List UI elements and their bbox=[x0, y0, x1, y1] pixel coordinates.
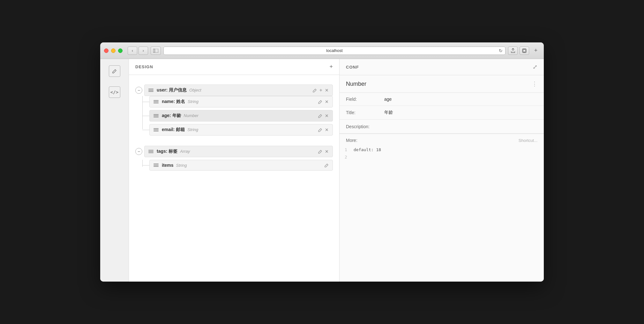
user-add-button[interactable]: + bbox=[319, 87, 322, 93]
design-panel-title: DESIGN bbox=[135, 64, 153, 69]
traffic-lights bbox=[104, 48, 123, 53]
design-panel: DESIGN + − bbox=[129, 59, 340, 282]
email-schema-node[interactable]: email: 邮箱 String ✕ bbox=[149, 124, 333, 136]
browser-chrome: ‹ › localhost ↻ + bbox=[100, 42, 544, 59]
user-field-type: Object bbox=[189, 88, 201, 92]
items-node-actions bbox=[325, 163, 329, 167]
user-tree-vline bbox=[142, 96, 143, 129]
schema-node-tags-container: − tags: 标签 Array bbox=[135, 146, 333, 173]
browser-window: ‹ › localhost ↻ + bbox=[100, 42, 544, 282]
items-node-label: items String bbox=[162, 163, 321, 168]
forward-button[interactable]: › bbox=[139, 47, 148, 55]
tags-field-name: tags: 标签 bbox=[157, 149, 177, 154]
name-field-type: String bbox=[188, 99, 198, 104]
tags-collapse-button[interactable]: − bbox=[135, 148, 142, 155]
back-button[interactable]: ‹ bbox=[128, 47, 137, 55]
code-line-num-2: 2 bbox=[345, 153, 348, 161]
age-schema-node[interactable]: age: 年龄 Number ✕ bbox=[149, 110, 333, 122]
conf-more-divider: More: Shortcut... 1 default: 18 2 bbox=[340, 134, 544, 175]
email-edit-button[interactable] bbox=[318, 128, 322, 132]
code-line-1: 1 default: 18 bbox=[345, 146, 539, 153]
tags-node-label: tags: 标签 Array bbox=[157, 149, 315, 154]
email-drag-handle[interactable] bbox=[154, 128, 159, 131]
edit-mode-button[interactable] bbox=[109, 65, 120, 77]
user-collapse-button[interactable]: − bbox=[135, 87, 142, 94]
code-mode-button[interactable]: </> bbox=[109, 86, 120, 98]
tags-tree-vline bbox=[142, 160, 143, 167]
age-drag-handle[interactable] bbox=[154, 114, 159, 117]
items-schema-node[interactable]: items String bbox=[149, 160, 333, 171]
tags-edit-button[interactable] bbox=[318, 150, 322, 154]
conf-panel-header: CONF ⤢ bbox=[340, 59, 544, 75]
tags-remove-button[interactable]: ✕ bbox=[325, 149, 329, 154]
email-node-label: email: 邮箱 String bbox=[162, 127, 315, 133]
url-text: localhost bbox=[326, 48, 342, 53]
minimize-button[interactable] bbox=[111, 48, 116, 53]
svg-rect-1 bbox=[153, 49, 158, 53]
user-name-row: name: 姓名 String ✕ bbox=[149, 96, 333, 107]
share-button[interactable] bbox=[508, 47, 518, 55]
user-field-name: user: 用户信息 bbox=[157, 87, 187, 92]
items-field-type: String bbox=[176, 163, 187, 168]
nav-buttons: ‹ › bbox=[128, 47, 148, 55]
conf-code-area[interactable]: 1 default: 18 2 bbox=[340, 143, 544, 175]
main-content: </> DESIGN + − bbox=[100, 59, 544, 282]
tags-schema-node[interactable]: tags: 标签 Array ✕ bbox=[144, 146, 333, 157]
items-drag-handle[interactable] bbox=[154, 164, 159, 167]
conf-description-label: Description: bbox=[346, 124, 384, 129]
tabs-button[interactable] bbox=[520, 47, 529, 55]
user-edit-button[interactable] bbox=[313, 88, 317, 92]
user-node-row: − user: 用户信息 Object bbox=[135, 85, 333, 96]
user-drag-handle[interactable] bbox=[148, 89, 154, 92]
address-bar[interactable]: localhost ↻ bbox=[163, 47, 505, 55]
tags-items-row: items String bbox=[149, 160, 333, 171]
conf-title-value: 年龄 bbox=[384, 110, 393, 115]
conf-expand-button[interactable]: ⤢ bbox=[533, 63, 537, 70]
sidebar-toggle-button[interactable] bbox=[151, 47, 161, 55]
name-schema-node[interactable]: name: 姓名 String ✕ bbox=[149, 96, 333, 107]
svg-rect-0 bbox=[153, 49, 155, 53]
close-button[interactable] bbox=[104, 48, 109, 53]
conf-more-button[interactable]: ⋮ bbox=[532, 80, 537, 87]
email-field-type: String bbox=[187, 127, 198, 132]
name-edit-button[interactable] bbox=[318, 100, 322, 104]
code-line-2: 2 bbox=[345, 153, 539, 161]
conf-description-row: Description: bbox=[340, 120, 544, 134]
svg-rect-3 bbox=[523, 49, 526, 52]
age-edit-button[interactable] bbox=[318, 114, 322, 118]
user-remove-button[interactable]: ✕ bbox=[325, 88, 329, 93]
code-line-num-1: 1 bbox=[345, 146, 348, 153]
fullscreen-button[interactable] bbox=[118, 48, 123, 53]
name-field-name: name: 姓名 bbox=[162, 99, 185, 104]
name-remove-button[interactable]: ✕ bbox=[325, 99, 329, 104]
items-edit-button[interactable] bbox=[325, 163, 329, 167]
email-node-actions: ✕ bbox=[318, 127, 329, 132]
conf-field-label: Field: bbox=[346, 97, 384, 102]
items-hline bbox=[142, 165, 149, 166]
conf-title-row: Title: 年龄 bbox=[340, 106, 544, 120]
conf-more-section: More: Shortcut... bbox=[340, 134, 544, 143]
age-node-label: age: 年龄 Number bbox=[162, 113, 315, 119]
email-remove-button[interactable]: ✕ bbox=[325, 127, 329, 132]
name-drag-handle[interactable] bbox=[154, 100, 159, 103]
conf-shortcut-label[interactable]: Shortcut... bbox=[519, 138, 537, 143]
email-field-name: email: 邮箱 bbox=[162, 127, 185, 132]
conf-more-label: More: bbox=[346, 138, 357, 143]
name-hline bbox=[142, 102, 149, 102]
user-node-label: user: 用户信息 Object bbox=[157, 87, 310, 93]
conf-panel-title: CONF bbox=[346, 65, 359, 70]
user-node-actions: + ✕ bbox=[313, 87, 329, 93]
new-tab-button[interactable]: + bbox=[532, 47, 540, 55]
conf-panel: CONF ⤢ Number ⋮ Field: age Title: 年龄 bbox=[340, 59, 544, 282]
user-age-row: age: 年龄 Number ✕ bbox=[149, 110, 333, 122]
tags-drag-handle[interactable] bbox=[148, 150, 154, 153]
age-remove-button[interactable]: ✕ bbox=[325, 113, 329, 118]
conf-type-title: Number bbox=[346, 81, 366, 87]
reload-button[interactable]: ↻ bbox=[499, 48, 503, 53]
schema-node-user-container: − user: 用户信息 Object bbox=[135, 85, 333, 136]
conf-content: Number ⋮ Field: age Title: 年龄 Descriptio… bbox=[340, 75, 544, 282]
user-schema-node[interactable]: user: 用户信息 Object + ✕ bbox=[144, 85, 333, 96]
design-panel-add-button[interactable]: + bbox=[329, 63, 333, 70]
design-content: − user: 用户信息 Object bbox=[129, 75, 339, 282]
items-field-name: items bbox=[162, 163, 174, 168]
